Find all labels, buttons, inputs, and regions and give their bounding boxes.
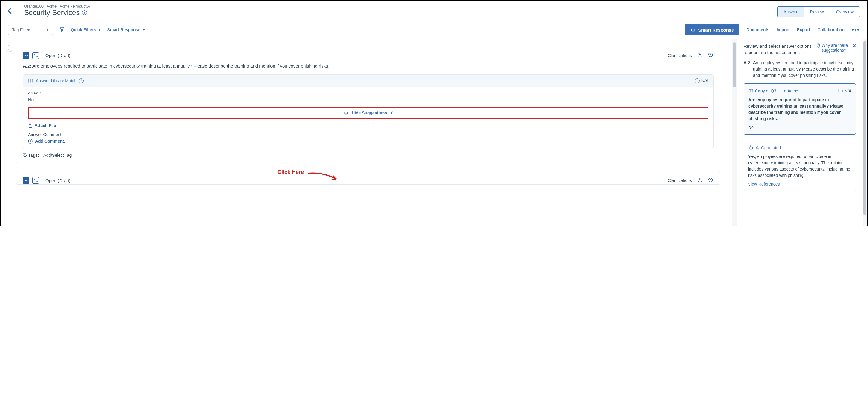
upload-icon: [28, 123, 32, 128]
history-icon[interactable]: [708, 177, 714, 184]
svg-rect-6: [344, 112, 348, 114]
info-icon[interactable]: i: [79, 78, 84, 83]
collaboration-link[interactable]: Collaboration: [817, 27, 844, 32]
suggestion-card-library[interactable]: Copy of Q3... • Acme... N/A Are employee…: [744, 83, 856, 135]
toolbar: Tag Filters ▼ Quick Filters ▼ Smart Resp…: [1, 21, 867, 39]
na-option[interactable]: N/A: [695, 78, 708, 83]
svg-point-8: [346, 113, 347, 113]
answer-box: Answer Library Match i N/A Answer No Hid…: [23, 74, 714, 148]
answer-comment-label: Answer Comment: [28, 132, 708, 137]
history-icon[interactable]: [708, 51, 714, 59]
header-tabs: Answer Review Overview: [777, 6, 860, 17]
svg-point-13: [700, 178, 701, 180]
answer-library-match-label[interactable]: Answer Library Match: [36, 78, 76, 83]
back-button[interactable]: [8, 4, 18, 16]
add-comment-link[interactable]: Add Comment.: [28, 139, 708, 143]
documents-link[interactable]: Documents: [747, 27, 769, 32]
clarifications-link[interactable]: Clarifications: [668, 178, 692, 183]
radio-icon: [695, 78, 700, 83]
acme-source-link[interactable]: • Acme...: [784, 88, 802, 94]
question-text: A.2: Are employees required to participa…: [23, 63, 714, 70]
expand-full-button[interactable]: [32, 52, 39, 59]
svg-point-2: [694, 30, 694, 30]
answer-label: Answer: [28, 91, 708, 95]
close-icon[interactable]: ✕: [852, 43, 856, 56]
side-scrollbar[interactable]: [863, 39, 867, 225]
why-suggestions-link[interactable]: i Why are there suggestions?: [817, 43, 850, 56]
robot-icon: [748, 145, 753, 150]
svg-point-18: [750, 145, 751, 146]
tab-answer[interactable]: Answer: [778, 7, 804, 17]
suggestion-answer: No: [748, 125, 851, 130]
svg-point-7: [345, 113, 346, 113]
add-person-icon[interactable]: [697, 52, 703, 59]
collapse-button[interactable]: [23, 177, 29, 184]
view-references-link[interactable]: View References: [748, 182, 852, 186]
page-header: Orange100 | Acme | Acme - Product A Secu…: [1, 1, 867, 21]
panel-expand-button[interactable]: ›: [6, 45, 12, 52]
smart-response-button[interactable]: Smart Response: [685, 24, 739, 35]
content-area: › Open (Draft) Clarifications: [1, 39, 867, 225]
scrollbar-thumb[interactable]: [864, 41, 867, 215]
chevron-down-icon: ▼: [46, 28, 49, 32]
hide-suggestions-button[interactable]: Hide Suggestions: [28, 107, 708, 119]
breadcrumb[interactable]: Orange100 | Acme | Acme - Product A: [24, 4, 90, 8]
tab-review[interactable]: Review: [804, 7, 830, 17]
copy-source-link[interactable]: Copy of Q3...: [748, 89, 780, 93]
page-title: Security Services i: [24, 8, 90, 17]
status-text: Open (Draft): [45, 53, 70, 58]
suggestion-card-ai[interactable]: AI Generated Yes, employees are required…: [744, 141, 856, 191]
main-column: Open (Draft) Clarifications A.2: Are emp…: [1, 39, 733, 185]
add-tag-link[interactable]: Add/Select Tag: [43, 153, 71, 158]
na-option[interactable]: N/A: [838, 89, 851, 93]
filter-icon[interactable]: [59, 27, 65, 33]
svg-rect-14: [749, 147, 752, 149]
tab-overview[interactable]: Overview: [830, 7, 860, 17]
svg-point-1: [692, 30, 693, 30]
smart-response-dropdown[interactable]: Smart Response ▼: [107, 27, 146, 32]
svg-point-5: [700, 53, 701, 55]
answer-value: No: [28, 97, 708, 102]
tag-filters-select[interactable]: Tag Filters ▼: [8, 25, 53, 35]
side-question: A.2 Are employees required to participat…: [744, 60, 856, 79]
chevron-left-icon: [390, 111, 393, 115]
more-icon[interactable]: •••: [852, 27, 860, 33]
add-person-icon[interactable]: [697, 177, 703, 184]
book-icon: [28, 79, 33, 83]
svg-point-12: [24, 154, 24, 155]
svg-point-15: [750, 148, 750, 148]
attach-file-link[interactable]: Attach File: [28, 123, 708, 128]
suggestion-question: Are employees required to participate in…: [748, 97, 851, 122]
ai-suggestion-body: Yes, employees are required to participa…: [748, 153, 852, 179]
svg-point-16: [751, 148, 752, 148]
question-card: Open (Draft) Clarifications: [16, 171, 720, 185]
quick-filters-link[interactable]: Quick Filters ▼: [71, 27, 101, 32]
expand-full-button[interactable]: [32, 177, 39, 184]
status-text: Open (Draft): [45, 178, 70, 183]
question-card: Open (Draft) Clarifications A.2: Are emp…: [16, 46, 720, 163]
main-scrollbar[interactable]: [733, 39, 737, 225]
info-icon[interactable]: i: [82, 10, 87, 15]
radio-icon: [838, 89, 843, 93]
panel-instruction: Review and select answer options to popu…: [744, 43, 814, 56]
clarifications-link[interactable]: Clarifications: [668, 53, 692, 58]
svg-point-10: [346, 110, 346, 111]
chevron-down-icon: ▼: [98, 28, 101, 32]
suggestions-panel: Review and select answer options to popu…: [737, 39, 863, 197]
tag-icon: [23, 153, 27, 158]
import-link[interactable]: Import: [777, 27, 790, 32]
collapse-button[interactable]: [23, 52, 29, 59]
info-icon: i: [817, 43, 820, 48]
robot-icon: [690, 27, 696, 32]
export-link[interactable]: Export: [797, 27, 810, 32]
svg-point-4: [693, 27, 693, 28]
plus-circle-icon: [28, 139, 33, 143]
scrollbar-thumb[interactable]: [733, 42, 736, 88]
svg-rect-0: [691, 29, 695, 31]
tags-label: Tags:: [23, 153, 39, 158]
chevron-down-icon: ▼: [142, 28, 146, 32]
ai-generated-label: AI Generated: [756, 145, 781, 150]
robot-icon: [343, 110, 349, 116]
